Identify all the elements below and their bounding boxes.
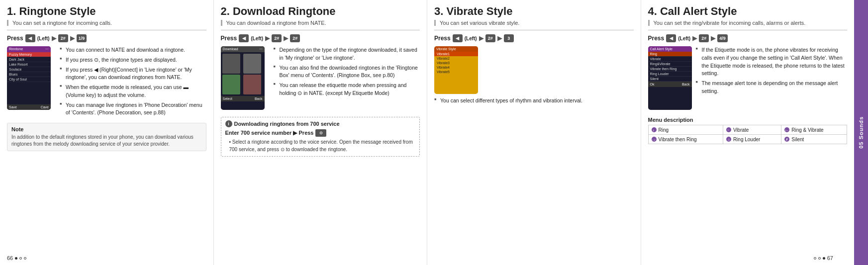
press-line-2: Press ◀ (Left) ▶ 2# ▶ 2#	[221, 34, 420, 42]
btn-left-label-1: (Left)	[37, 36, 50, 41]
vib-item-2: Vibrate3	[434, 61, 478, 65]
section-subtitle-2: You can download a ringtone from NATE.	[221, 20, 420, 26]
btn-3-2: 2#	[290, 34, 300, 42]
btn-2-1: 2#	[58, 34, 68, 42]
note-title-1: Note	[11, 126, 202, 132]
bullet-2-1: You can also find the downloaded rington…	[274, 64, 420, 80]
col4-bullets: If the Etiquette mode is on, the phone v…	[696, 46, 848, 113]
bullet-1-3: When the etiquette mode is released, you…	[60, 84, 206, 99]
col-ringtone-style: 1. Ringtone Style You can set a ringtone…	[0, 0, 214, 265]
divider-3	[434, 30, 634, 30]
phone-screen-1: Rinntone ⋯ Fuzzy Memory Dark Jack Lake R…	[7, 46, 51, 110]
ca-item-0: Ring	[648, 52, 692, 57]
ca-item-2: Ring&Vibrate	[648, 62, 692, 67]
vibrate-icon: ~	[726, 127, 732, 133]
col2-bullets: Depending on the type of the ringtone do…	[274, 46, 420, 113]
page-container: 05 Sounds 1. Ringtone Style You can set …	[0, 0, 868, 265]
screen-footer-1: Save Cave	[7, 104, 51, 110]
svg-text:✗: ✗	[785, 138, 788, 141]
screen-item-1-5: City of Soul	[7, 77, 51, 82]
section-title-3: 3. Vibrate Style	[434, 5, 634, 18]
note-text-1: In addition to the default ringtones sto…	[11, 134, 202, 148]
press-label-3: Press	[434, 35, 451, 42]
screen-footer-2: Select Back	[221, 96, 265, 101]
press-label-4: Press	[648, 35, 665, 42]
menu-cell-vibrate: ~ Vibrate	[723, 125, 781, 135]
download-700-title: i Downloading ringtones from 700 service	[225, 120, 416, 127]
col1-bullets: You can connect to NATE and download a r…	[60, 46, 206, 119]
divider-4	[648, 30, 848, 30]
btn-left-1: ◀	[25, 34, 35, 42]
page-number-right: 67	[814, 255, 833, 261]
bullet-1-1: If you press ⊙, the ringtone types are d…	[60, 56, 206, 64]
svg-text:♫: ♫	[727, 138, 730, 141]
section-subtitle-3: You can set various vibrate style.	[434, 20, 634, 26]
page-number-left: 66	[7, 255, 26, 261]
btn-left-label-3: (Left)	[465, 36, 477, 41]
menu-cell-ring: ♪ Ring	[648, 125, 723, 135]
press-line-1: Press ◀ (Left) ▶ 2# ▶ 1/9	[7, 34, 206, 42]
menu-cell-vib-ring: ~♪ Vibrate then Ring	[648, 135, 723, 144]
section-subtitle-4: You can set the ring/vibrate for incomin…	[648, 20, 848, 26]
phone-screen-2: Download ⋯ Select Back	[221, 46, 265, 110]
bullet-list-1: You can connect to NATE and download a r…	[60, 46, 206, 117]
btn-3-4: 4/9	[717, 34, 728, 42]
info-icon: i	[225, 120, 232, 127]
side-tab: 05 Sounds	[854, 0, 868, 265]
svg-text:~: ~	[727, 128, 729, 132]
vib-ring-icon: ~♪	[651, 136, 657, 142]
col-vibrate-style: 3. Vibrate Style You can set various vib…	[427, 0, 641, 265]
btn-3-1: 1/9	[77, 34, 87, 42]
ring-icon: ♪	[651, 127, 657, 133]
vib-item-3: Vibrate4	[434, 65, 478, 70]
bullet-4-1: The message alert tone is depending on t…	[696, 80, 848, 95]
columns: 1. Ringtone Style You can set a ringtone…	[0, 0, 854, 265]
side-tab-label: 05 Sounds	[858, 116, 864, 149]
press-line-4: Press ◀ (Left) ▶ 2# ▶ 4/9	[648, 34, 848, 42]
btn-left-label-2: (Left)	[251, 36, 263, 41]
phone-screen-4: Call Alert Style Ring Vibrate Ring&Vibra…	[648, 46, 692, 110]
screen-header-1: Rinntone ⋯	[7, 46, 51, 52]
divider-1	[7, 30, 206, 30]
bullet-2-2: You can release the etiquette mode when …	[274, 82, 420, 97]
bullet-1-2: If you press ◀ (Right)[Connect] in 'Live…	[60, 66, 206, 82]
download-700-step: Enter 700 service number ▶ Press ⊙	[225, 129, 416, 137]
bullet-1-0: You can connect to NATE and download a r…	[60, 46, 206, 54]
bullet-2-0: Depending on the type of the ringtone do…	[274, 46, 420, 62]
ca-item-5: Silent	[648, 77, 692, 82]
divider-2	[221, 30, 420, 30]
ca-screen-header: Call Alert Style	[648, 46, 692, 52]
bullet-1-4: You can manage live ringtones in 'Phone …	[60, 101, 206, 117]
bullet-list-3: You can select different types of rhythm…	[434, 97, 634, 105]
col4-body: Call Alert Style Ring Vibrate Ring&Vibra…	[648, 46, 848, 113]
svg-text:♪: ♪	[653, 128, 655, 132]
note-box-1: Note In addition to the default ringtone…	[7, 123, 206, 151]
bullet-list-2: Depending on the type of the ringtone do…	[274, 46, 420, 97]
press-line-3: Press ◀ (Left) ▶ 2# ▶ 3	[434, 34, 634, 42]
screen-item-1-3: Soulace	[7, 67, 51, 72]
menu-table: ♪ Ring ~ Vibrate ♪~ Ring & Vibrate	[648, 125, 848, 144]
vib-item-0: Vibrate1	[434, 52, 478, 56]
col2-body: Download ⋯ Select Back	[221, 46, 420, 113]
vib-item-1: Vibrate2	[434, 56, 478, 61]
section-title-2: 2. Download Ringtone	[221, 5, 420, 18]
ca-item-1: Vibrate	[648, 57, 692, 62]
vib-item-4: Vibrate5	[434, 70, 478, 74]
btn-left-label-4: (Left)	[678, 36, 690, 41]
col1-body: Rinntone ⋯ Fuzzy Memory Dark Jack Lake R…	[7, 46, 206, 119]
vib-screen-header: Vibrate Style	[434, 46, 478, 52]
btn-left-3: ◀	[453, 34, 463, 42]
section-title-1: 1. Ringtone Style	[7, 5, 206, 18]
svg-text:♪~: ♪~	[785, 129, 788, 132]
screen-item-1-2: Lake Resort	[7, 62, 51, 67]
ca-item-4: Ring Louder	[648, 72, 692, 77]
ring-vibrate-icon: ♪~	[784, 127, 790, 133]
svg-text:~♪: ~♪	[652, 138, 656, 141]
dl-btn: ⊙	[315, 129, 326, 137]
screen-header-2: Download ⋯	[221, 46, 265, 52]
ca-screen-footer: Ok Back	[648, 82, 692, 87]
screen-item-1-1: Dark Jack	[7, 57, 51, 62]
phone-screen-3: Vibrate Style Vibrate1 Vibrate2 Vibrate3…	[434, 46, 478, 94]
bullet-4-0: If the Etiquette mode is on, the phone v…	[696, 46, 848, 78]
btn-3-3: 3	[504, 34, 514, 42]
